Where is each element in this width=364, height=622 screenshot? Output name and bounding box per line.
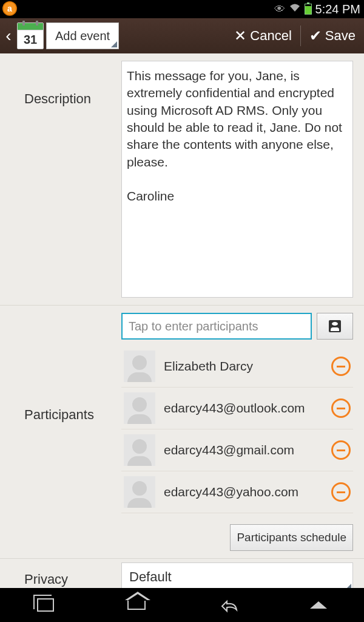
recent-apps-icon (37, 598, 54, 612)
remove-participant-button[interactable] (331, 398, 351, 418)
list-item: edarcy443@gmail.com (121, 429, 353, 471)
participant-name: Elizabeth Darcy (164, 359, 323, 374)
battery-icon (305, 4, 312, 15)
remove-participant-button[interactable] (331, 440, 351, 460)
participants-list: Elizabeth Darcy edarcy443@outlook.com ed… (121, 346, 353, 513)
privacy-row: Privacy Default (0, 558, 364, 588)
description-label: Description (0, 61, 121, 298)
participant-name: edarcy443@yahoo.com (164, 485, 323, 499)
minus-icon (337, 366, 345, 367)
calendar-icon[interactable]: 31 (17, 22, 44, 49)
description-row: Description This message for you, Jane, … (0, 53, 364, 305)
caret-up-icon (310, 601, 327, 609)
save-button[interactable]: ✔ Save (303, 18, 362, 53)
status-bar: a 👁 5:24 PM (0, 0, 364, 18)
minus-icon (337, 491, 345, 493)
content: Description This message for you, Jane, … (0, 53, 364, 588)
close-icon: ✕ (234, 27, 246, 44)
cancel-label: Cancel (250, 28, 291, 44)
participant-name: edarcy443@gmail.com (164, 443, 323, 457)
remove-participant-button[interactable] (331, 482, 351, 502)
avatar (124, 392, 155, 424)
minus-icon (337, 408, 345, 409)
nav-back-button[interactable] (209, 593, 246, 617)
pick-contact-button[interactable] (317, 313, 353, 340)
home-icon (127, 600, 146, 610)
status-time: 5:24 PM (315, 2, 360, 16)
participants-input[interactable]: Tap to enter participants (121, 313, 312, 340)
check-icon: ✔ (309, 27, 322, 44)
app-bar: ‹ 31 Add event ✕ Cancel ✔ Save (0, 18, 364, 53)
smart-stay-icon: 👁 (274, 3, 285, 16)
privacy-label: Privacy (0, 567, 121, 587)
add-event-spinner[interactable]: Add event (46, 22, 119, 49)
participants-schedule-button[interactable]: Participants schedule (230, 524, 353, 551)
nav-recent-button[interactable] (27, 593, 64, 617)
list-item: Elizabeth Darcy (121, 346, 353, 388)
divider (300, 26, 301, 46)
avatar (124, 350, 155, 382)
privacy-value: Default (129, 569, 172, 585)
list-item: edarcy443@outlook.com (121, 388, 353, 429)
notification-badge-icon: a (2, 1, 17, 16)
description-textarea[interactable]: This message for you, Jane, is extremely… (121, 61, 353, 298)
back-icon (218, 599, 237, 611)
nav-bar (0, 588, 364, 622)
contact-icon (329, 320, 341, 332)
participant-name: edarcy443@outlook.com (164, 401, 323, 415)
wifi-icon (289, 3, 301, 16)
participants-row: Participants Tap to enter participants E… (0, 305, 364, 558)
avatar (124, 476, 155, 508)
add-event-label: Add event (55, 29, 110, 43)
remove-participant-button[interactable] (331, 357, 351, 376)
privacy-select[interactable]: Default (121, 562, 353, 588)
avatar (124, 434, 155, 466)
save-label: Save (325, 28, 356, 44)
back-button[interactable]: ‹ (2, 26, 15, 46)
nav-menu-button[interactable] (300, 593, 337, 617)
nav-home-button[interactable] (118, 593, 155, 617)
calendar-day-number: 31 (18, 30, 43, 49)
minus-icon (337, 449, 345, 451)
cancel-button[interactable]: ✕ Cancel (228, 18, 297, 53)
participants-label: Participants (0, 313, 121, 551)
list-item: edarcy443@yahoo.com (121, 471, 353, 513)
